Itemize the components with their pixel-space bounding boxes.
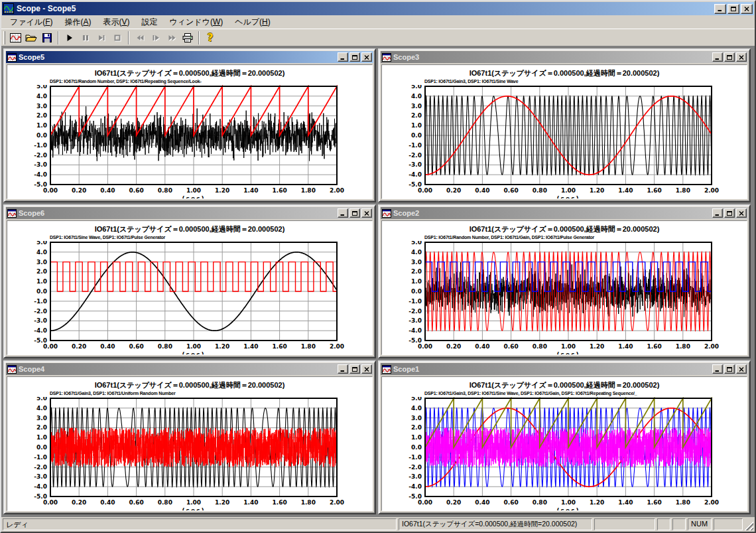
svg-text:3.0: 3.0 xyxy=(36,103,47,110)
minimize-button[interactable] xyxy=(712,52,723,62)
open-folder-icon[interactable] xyxy=(23,31,39,45)
child-titlebar[interactable]: Scope4 xyxy=(6,363,373,375)
svg-text:0.40: 0.40 xyxy=(100,343,115,350)
pause-icon[interactable] xyxy=(78,31,94,45)
svg-text:1.40: 1.40 xyxy=(243,187,258,194)
child-titlebar[interactable]: Scope3 xyxy=(381,51,748,63)
svg-text:1.0: 1.0 xyxy=(36,434,47,441)
child-title-text: Scope6 xyxy=(19,209,336,217)
stop-icon[interactable] xyxy=(109,31,125,45)
svg-text:0.0: 0.0 xyxy=(411,444,422,451)
scope-window-scope2: Scope2 IO67t1(ステップサイズ＝0.000500,経過時間＝20.0… xyxy=(378,204,751,358)
help-icon[interactable]: ? xyxy=(202,31,218,45)
svg-text:-4.0: -4.0 xyxy=(409,483,422,490)
svg-text:1.00: 1.00 xyxy=(561,499,576,506)
chart-title: IO67t1(ステップサイズ＝0.000500,経過時間＝20.000502) xyxy=(382,380,747,390)
close-button[interactable] xyxy=(736,364,747,374)
svg-text:5.0: 5.0 xyxy=(411,85,422,90)
menu-item-0[interactable]: ファイル(F) xyxy=(4,15,58,29)
svg-text:-1.0: -1.0 xyxy=(409,142,422,149)
svg-text:1.20: 1.20 xyxy=(590,499,604,506)
scope-window-scope5: Scope5 IO67t1(ステップサイズ＝0.000500,経過時間＝20.0… xyxy=(3,48,376,202)
svg-text:1.00: 1.00 xyxy=(186,187,201,194)
step-forward-icon[interactable] xyxy=(148,31,164,45)
maximize-button[interactable] xyxy=(724,208,735,218)
scope-window-scope1: Scope1 IO67t1(ステップサイズ＝0.000500,経過時間＝20.0… xyxy=(378,360,751,514)
menu-item-5[interactable]: ヘルプ(H) xyxy=(229,15,277,29)
save-icon[interactable] xyxy=(39,31,55,45)
svg-text:-3.0: -3.0 xyxy=(409,473,422,480)
svg-text:0.00: 0.00 xyxy=(418,343,432,350)
step-end-icon[interactable] xyxy=(94,31,109,45)
svg-text:2.00: 2.00 xyxy=(330,343,344,350)
status-panel-3 xyxy=(672,518,686,530)
toolbar-grip[interactable] xyxy=(3,31,5,44)
svg-text:0.00: 0.00 xyxy=(418,187,432,194)
rewind-icon[interactable] xyxy=(132,31,148,45)
minimize-button[interactable] xyxy=(714,4,726,14)
child-titlebar[interactable]: Scope6 xyxy=(6,207,373,219)
chart-title: IO67t1(ステップサイズ＝0.000500,経過時間＝20.000502) xyxy=(7,224,372,234)
svg-text:0.60: 0.60 xyxy=(129,499,143,506)
maximize-button[interactable] xyxy=(349,208,360,218)
svg-text:2.00: 2.00 xyxy=(704,187,719,194)
run-icon[interactable] xyxy=(62,31,78,45)
close-button[interactable] xyxy=(736,208,747,218)
child-titlebar[interactable]: Scope1 xyxy=(381,363,748,375)
scope-window-icon xyxy=(7,209,17,218)
svg-text:-1.0: -1.0 xyxy=(34,454,47,461)
svg-text:1.40: 1.40 xyxy=(618,187,633,194)
maximize-button[interactable] xyxy=(724,364,735,374)
maximize-button[interactable] xyxy=(727,4,739,14)
child-titlebar[interactable]: Scope5 xyxy=(6,51,373,63)
scope-window-icon xyxy=(7,53,17,62)
close-button[interactable] xyxy=(361,364,372,374)
child-titlebar[interactable]: Scope2 xyxy=(381,207,748,219)
maximize-button[interactable] xyxy=(349,364,360,374)
menu-item-1[interactable]: 操作(A) xyxy=(58,15,97,29)
svg-text:2.00: 2.00 xyxy=(330,499,344,506)
minimize-button[interactable] xyxy=(338,52,348,62)
svg-text:3.0: 3.0 xyxy=(36,415,47,421)
minimize-button[interactable] xyxy=(338,208,348,218)
scope-window-scope6: Scope6 IO67t1(ステップサイズ＝0.000500,経過時間＝20.0… xyxy=(3,204,376,358)
svg-text:0.20: 0.20 xyxy=(446,187,461,194)
svg-text:0.20: 0.20 xyxy=(72,499,86,506)
svg-text:-2.0: -2.0 xyxy=(409,464,422,471)
svg-text:0.40: 0.40 xyxy=(100,499,115,506)
menu-item-2[interactable]: 表示(V) xyxy=(97,15,135,29)
new-scope-icon[interactable] xyxy=(7,31,23,45)
svg-text:2.0: 2.0 xyxy=(36,268,47,275)
minimize-button[interactable] xyxy=(712,208,723,218)
svg-text:1.0: 1.0 xyxy=(411,434,422,441)
scope-plot: 5.04.03.02.01.00.0-1.0-2.0-3.0-4.0-5.00.… xyxy=(8,241,373,355)
chart-area: IO67t1(ステップサイズ＝0.000500,経過時間＝20.000502) … xyxy=(381,64,747,199)
title-bar[interactable]: Scope - Scope5 xyxy=(2,2,754,15)
maximize-button[interactable] xyxy=(724,52,735,62)
scope-plot: 5.04.03.02.01.00.0-1.0-2.0-3.0-4.0-5.00.… xyxy=(383,241,747,355)
close-button[interactable] xyxy=(361,208,372,218)
fast-forward-icon[interactable] xyxy=(164,31,180,45)
close-button[interactable] xyxy=(741,4,753,14)
svg-text:0.40: 0.40 xyxy=(475,499,489,506)
child-title-text: Scope4 xyxy=(19,365,336,373)
svg-text:1.00: 1.00 xyxy=(186,343,201,350)
menu-item-4[interactable]: ウィンドウ(W) xyxy=(164,15,229,29)
svg-text:1.40: 1.40 xyxy=(243,343,258,350)
minimize-button[interactable] xyxy=(338,364,348,374)
maximize-button[interactable] xyxy=(349,52,360,62)
close-button[interactable] xyxy=(736,52,747,62)
close-button[interactable] xyxy=(361,52,372,62)
chart-legend: DSP1: IO67t1/Sine Wave, DSP1: IO67t1/Pul… xyxy=(50,235,165,240)
resize-grip[interactable] xyxy=(745,518,753,530)
svg-text:1.60: 1.60 xyxy=(647,187,661,194)
toolbar-separator xyxy=(128,31,129,44)
svg-text:1.0: 1.0 xyxy=(36,278,47,285)
chart-area: IO67t1(ステップサイズ＝0.000500,経過時間＝20.000502) … xyxy=(381,220,747,355)
minimize-button[interactable] xyxy=(712,364,723,374)
svg-text:0.0: 0.0 xyxy=(36,444,47,451)
svg-text:-1.0: -1.0 xyxy=(409,454,422,461)
print-icon[interactable] xyxy=(180,31,196,45)
menu-item-3[interactable]: 設定 xyxy=(136,15,164,29)
svg-text:0.0: 0.0 xyxy=(36,288,47,295)
